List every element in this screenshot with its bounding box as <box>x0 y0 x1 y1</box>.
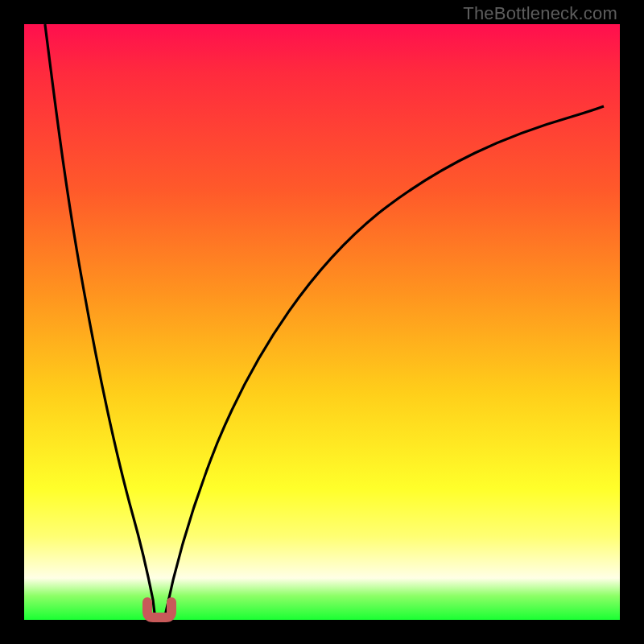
bottleneck-curve <box>24 24 620 620</box>
chart-frame: TheBottleneck.com <box>0 0 644 644</box>
plot-area <box>24 24 620 620</box>
curve-right-branch <box>164 106 604 620</box>
optimal-point-marker <box>147 602 171 617</box>
watermark-text: TheBottleneck.com <box>463 3 617 24</box>
curve-left-branch <box>45 24 155 620</box>
